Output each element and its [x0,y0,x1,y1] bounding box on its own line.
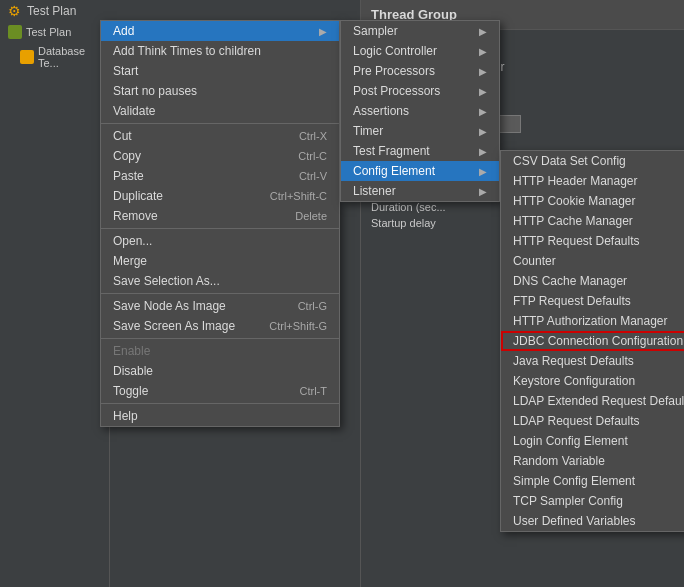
menu-item-label-start: Start [113,64,138,78]
menu-item-copy[interactable]: CopyCtrl-C [101,146,339,166]
menu-separator [101,123,339,124]
menu-item-add[interactable]: Add▶ [101,21,339,41]
add-submenu-label-pre-processors: Pre Processors [353,64,435,78]
add-submenu-arrow-post-processors: ▶ [479,86,487,97]
menu-item-open[interactable]: Open... [101,231,339,251]
menu-separator [101,293,339,294]
menu-item-label-validate: Validate [113,104,155,118]
config-item-ftp-request[interactable]: FTP Request Defaults [501,291,684,311]
menu-item-label-duplicate: Duplicate [113,189,163,203]
config-label-http-request-defaults: HTTP Request Defaults [513,234,640,248]
add-submenu-item-pre-processors[interactable]: Pre Processors▶ [341,61,499,81]
menu-separator [101,228,339,229]
config-label-jdbc-connection: JDBC Connection Configuration [513,334,683,348]
menu-item-merge[interactable]: Merge [101,251,339,271]
menu-item-remove[interactable]: RemoveDelete [101,206,339,226]
menu-shortcut-duplicate: Ctrl+Shift-C [270,190,327,202]
menu-item-label-add: Add [113,24,134,38]
add-submenu-item-config-element[interactable]: Config Element▶ [341,161,499,181]
tree-item-database[interactable]: Database Te... [0,42,109,72]
menu-shortcut-save-screen-image: Ctrl+Shift-G [269,320,327,332]
add-submenu-label-listener: Listener [353,184,396,198]
add-submenu-arrow-assertions: ▶ [479,106,487,117]
menu-item-label-cut: Cut [113,129,132,143]
config-item-ldap-extended[interactable]: LDAP Extended Request Defaults [501,391,684,411]
menu-separator [101,403,339,404]
menu-item-disable[interactable]: Disable [101,361,339,381]
menu-item-label-toggle: Toggle [113,384,148,398]
menu-shortcut-copy: Ctrl-C [298,150,327,162]
config-label-http-auth: HTTP Authorization Manager [513,314,668,328]
config-item-http-request-defaults[interactable]: HTTP Request Defaults [501,231,684,251]
main-context-menu: Add▶Add Think Times to childrenStartStar… [100,20,340,427]
config-item-counter[interactable]: Counter [501,251,684,271]
menu-item-cut[interactable]: CutCtrl-X [101,126,339,146]
menu-item-toggle[interactable]: ToggleCtrl-T [101,381,339,401]
menu-shortcut-toggle: Ctrl-T [300,385,328,397]
add-submenu-item-test-fragment[interactable]: Test Fragment▶ [341,141,499,161]
tree-panel: Test Plan Database Te... [0,22,110,587]
menu-item-label-save-node-image: Save Node As Image [113,299,226,313]
add-submenu-label-logic-controller: Logic Controller [353,44,437,58]
menu-item-start-no-pauses[interactable]: Start no pauses [101,81,339,101]
menu-item-add-think-times[interactable]: Add Think Times to children [101,41,339,61]
config-item-http-cookie[interactable]: HTTP Cookie Manager [501,191,684,211]
menu-separator [101,338,339,339]
menu-item-start[interactable]: Start [101,61,339,81]
tree-item-testplan-label: Test Plan [26,26,71,38]
config-label-keystore: Keystore Configuration [513,374,635,388]
menu-item-enable[interactable]: Enable [101,341,339,361]
add-submenu-item-timer[interactable]: Timer▶ [341,121,499,141]
add-submenu-item-listener[interactable]: Listener▶ [341,181,499,201]
tg-duration-label: Duration (sec... [371,201,471,213]
menu-item-save-node-image[interactable]: Save Node As ImageCtrl-G [101,296,339,316]
add-submenu-item-assertions[interactable]: Assertions▶ [341,101,499,121]
add-submenu-item-logic-controller[interactable]: Logic Controller▶ [341,41,499,61]
menu-item-label-start-no-pauses: Start no pauses [113,84,197,98]
config-item-http-auth[interactable]: HTTP Authorization Manager [501,311,684,331]
config-item-random-variable[interactable]: Random Variable [501,451,684,471]
config-item-user-defined[interactable]: User Defined Variables [501,511,684,531]
config-item-http-header[interactable]: HTTP Header Manager [501,171,684,191]
add-submenu-arrow-listener: ▶ [479,186,487,197]
menu-item-save-selection[interactable]: Save Selection As... [101,271,339,291]
menu-item-label-remove: Remove [113,209,158,223]
menu-item-label-copy: Copy [113,149,141,163]
menu-item-save-screen-image[interactable]: Save Screen As ImageCtrl+Shift-G [101,316,339,336]
config-item-ldap-request[interactable]: LDAP Request Defaults [501,411,684,431]
config-item-login-config[interactable]: Login Config Element [501,431,684,451]
config-label-login-config: Login Config Element [513,434,628,448]
config-item-tcp-sampler[interactable]: TCP Sampler Config [501,491,684,511]
add-submenu-item-sampler[interactable]: Sampler▶ [341,21,499,41]
menu-item-label-enable: Enable [113,344,150,358]
config-item-simple-config[interactable]: Simple Config Element [501,471,684,491]
config-label-http-cache: HTTP Cache Manager [513,214,633,228]
config-label-random-variable: Random Variable [513,454,605,468]
add-submenu-arrow-test-fragment: ▶ [479,146,487,157]
menu-item-label-open: Open... [113,234,152,248]
add-submenu-arrow-config-element: ▶ [479,166,487,177]
add-submenu-label-config-element: Config Element [353,164,435,178]
menu-item-paste[interactable]: PasteCtrl-V [101,166,339,186]
config-item-csv-data-set[interactable]: CSV Data Set Config [501,151,684,171]
add-submenu-label-timer: Timer [353,124,383,138]
config-label-ldap-extended: LDAP Extended Request Defaults [513,394,684,408]
tree-item-testplan[interactable]: Test Plan [0,22,109,42]
add-submenu-item-post-processors[interactable]: Post Processors▶ [341,81,499,101]
menu-item-label-save-screen-image: Save Screen As Image [113,319,235,333]
menu-item-duplicate[interactable]: DuplicateCtrl+Shift-C [101,186,339,206]
config-item-http-cache[interactable]: HTTP Cache Manager [501,211,684,231]
menu-item-help[interactable]: Help [101,406,339,426]
config-item-dns-cache[interactable]: DNS Cache Manager [501,271,684,291]
add-submenu-arrow-sampler: ▶ [479,26,487,37]
config-item-jdbc-connection[interactable]: JDBC Connection Configuration [501,331,684,351]
config-label-http-cookie: HTTP Cookie Manager [513,194,636,208]
menu-item-label-save-selection: Save Selection As... [113,274,220,288]
app-title: Test Plan [27,4,76,18]
add-submenu-label-post-processors: Post Processors [353,84,440,98]
config-label-simple-config: Simple Config Element [513,474,635,488]
menu-item-validate[interactable]: Validate [101,101,339,121]
tree-item-database-label: Database Te... [38,45,101,69]
config-item-keystore[interactable]: Keystore Configuration [501,371,684,391]
config-item-java-request[interactable]: Java Request Defaults [501,351,684,371]
